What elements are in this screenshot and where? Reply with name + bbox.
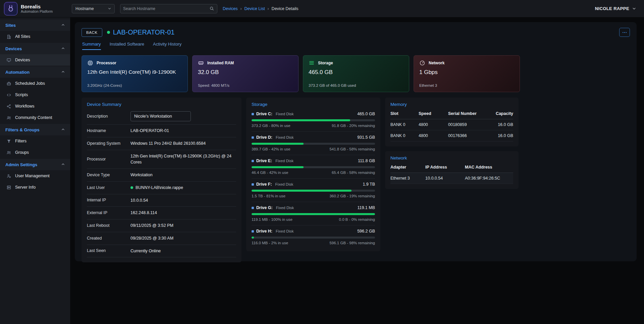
drive-used: 116.0 MB - 2% in use: [252, 241, 288, 245]
main-area: BACK LAB-OPERATOR-01 Summary Installed S…: [70, 17, 644, 324]
section-label: Devices: [5, 46, 22, 51]
sidebar-item-community-content[interactable]: Community Content: [0, 112, 70, 123]
summary-row: Created 09/28/2025 @ 3:30 AM: [87, 232, 236, 245]
more-options-button[interactable]: [619, 28, 630, 37]
drive-size: 465.0 GB: [357, 112, 375, 116]
building-icon: [6, 34, 11, 39]
summary-row: Internal IP 10.0.0.54: [87, 194, 236, 207]
drive-bullet-icon: [252, 113, 254, 115]
drive-row-h: Drive H: Fixed Disk 596.2 GB 116.0 MB - …: [252, 225, 375, 246]
storage-card: Storage Drive C: Fixed Disk 465.0 GB 373…: [246, 98, 380, 251]
hostname-filter-dropdown[interactable]: Hostname: [72, 4, 115, 13]
drive-size: 596.2 GB: [357, 229, 375, 234]
row-value: Workstation: [130, 172, 153, 178]
row-value: 162.248.8.114: [130, 210, 157, 216]
stat-title: Network: [429, 61, 444, 65]
device-title: LAB-OPERATOR-01: [107, 28, 175, 36]
summary-row: Processor 12th Gen Intel(R) Core(TM) i9-…: [87, 150, 236, 169]
right-column: Memory Slot Speed Serial Number Capacity…: [385, 98, 519, 189]
usage-bar: [252, 237, 375, 239]
user-menu[interactable]: NICOLE RAPPE: [595, 6, 637, 11]
user-gear-icon: [6, 174, 11, 179]
last-user-value: BUNNY-LAB\nicole.rappe: [136, 185, 183, 191]
sidebar: Sites All Sites Devices Devices Automati…: [0, 17, 70, 324]
card-title: Device Summary: [87, 102, 236, 107]
briefcase-icon: [6, 81, 11, 86]
cell-ip: 10.0.0.54: [425, 173, 465, 184]
drive-row-f: Drive F: Fixed Disk 1.9 TB 1.5 TB - 81% …: [252, 179, 375, 202]
chevron-up-icon: [61, 162, 65, 167]
card-title: Network: [390, 155, 513, 160]
row-label: Last Seen: [87, 248, 130, 254]
borealis-logo-icon: [4, 2, 17, 15]
breadcrumb-separator: ›: [240, 6, 241, 11]
stat-card-ram: Installed RAM 32.0 GB Speed: 4800 MT/s: [192, 55, 299, 92]
hostname-filter-value: Hostname: [75, 6, 105, 11]
sidebar-section-sites[interactable]: Sites: [0, 19, 70, 31]
cell-mac: A0:36:9F:94:26:5C: [465, 173, 513, 184]
description-input[interactable]: [130, 111, 191, 121]
row-value: Windows 11 Pro 24H2 Build 26100.6584: [130, 140, 206, 147]
cell-serial: 00176366: [448, 130, 490, 141]
row-value: LAB-OPERATOR-01: [130, 128, 169, 134]
people-icon: [6, 115, 11, 120]
tab-summary[interactable]: Summary: [82, 42, 101, 50]
device-details-panel: BACK LAB-OPERATOR-01 Summary Installed S…: [75, 22, 637, 261]
sidebar-item-label: Groups: [15, 150, 29, 155]
stat-value: 465.0 GB: [309, 69, 404, 76]
card-title: Memory: [390, 102, 513, 107]
sidebar-section-devices[interactable]: Devices: [0, 43, 70, 54]
network-card: Network Adapter IP Address MAC Address E…: [385, 151, 519, 189]
tab-activity-history[interactable]: Activity History: [153, 42, 181, 50]
column-header: Serial Number: [448, 108, 490, 119]
drive-bullet-icon: [252, 136, 254, 139]
search-input[interactable]: [123, 6, 209, 11]
sidebar-item-filters[interactable]: Filters: [0, 135, 70, 147]
column-header: Adapter: [390, 162, 425, 173]
stat-title: Installed RAM: [207, 61, 234, 65]
sidebar-item-all-sites[interactable]: All Sites: [0, 31, 70, 42]
detail-columns: Device Summary Description Hostname LAB-…: [82, 98, 630, 262]
drive-bullet-icon: [252, 183, 254, 186]
sidebar-section-admin-settings[interactable]: Admin Settings: [0, 159, 70, 170]
drive-row-c: Drive C: Fixed Disk 465.0 GB 373.2 GB - …: [252, 108, 375, 132]
drive-remaining: 360.2 GB - 19% remaining: [329, 194, 375, 198]
breadcrumb-device-list[interactable]: Device List: [244, 6, 265, 11]
sidebar-item-scripts[interactable]: Scripts: [0, 89, 70, 101]
row-value: Currently Online: [130, 248, 161, 254]
sidebar-section-automation[interactable]: Automation: [0, 66, 70, 78]
drive-remaining: 0.0 B - 0% remaining: [339, 217, 375, 221]
drive-type: Fixed Disk: [276, 229, 294, 233]
row-label: Last User: [87, 185, 130, 191]
table-row: BANK 0 4800 00180859 16.0 GB: [390, 119, 513, 130]
drive-name: Drive G:: [256, 205, 273, 210]
summary-row-description: Description: [87, 108, 236, 125]
search-icon: [209, 6, 214, 11]
sidebar-item-label: Workflows: [15, 104, 34, 109]
drive-size: 1.9 TB: [363, 182, 375, 187]
sidebar-item-groups[interactable]: Groups: [0, 147, 70, 158]
breadcrumb-devices[interactable]: Devices: [223, 6, 237, 11]
sidebar-item-label: Scheduled Jobs: [15, 81, 45, 86]
online-status-dot: [107, 31, 110, 34]
network-speed-icon: [419, 60, 425, 66]
summary-row: Hostname LAB-OPERATOR-01: [87, 125, 236, 137]
sidebar-item-devices[interactable]: Devices: [0, 54, 70, 66]
summary-row-last-user: Last User BUNNY-LAB\nicole.rappe: [87, 182, 236, 194]
stat-sub: 3.20GHz (24-Cores): [87, 83, 182, 87]
stat-title: Storage: [318, 61, 333, 65]
tab-installed-software[interactable]: Installed Software: [110, 42, 144, 50]
usage-bar: [252, 119, 375, 121]
server-icon: [6, 185, 11, 190]
sidebar-item-scheduled-jobs[interactable]: Scheduled Jobs: [0, 78, 70, 89]
sidebar-item-workflows[interactable]: Workflows: [0, 101, 70, 112]
sidebar-item-server-info[interactable]: Server Info: [0, 182, 70, 193]
chevron-up-icon: [61, 23, 65, 27]
workflow-icon: [6, 104, 11, 109]
search-box: [120, 4, 217, 13]
sidebar-section-filters-groups[interactable]: Filters & Groups: [0, 124, 70, 135]
sidebar-item-user-management[interactable]: User Management: [0, 170, 70, 182]
cell-capacity: 16.0 GB: [490, 119, 513, 130]
back-button[interactable]: BACK: [82, 28, 102, 37]
table-row: BANK 0 4800 00176366 16.0 GB: [390, 130, 513, 141]
